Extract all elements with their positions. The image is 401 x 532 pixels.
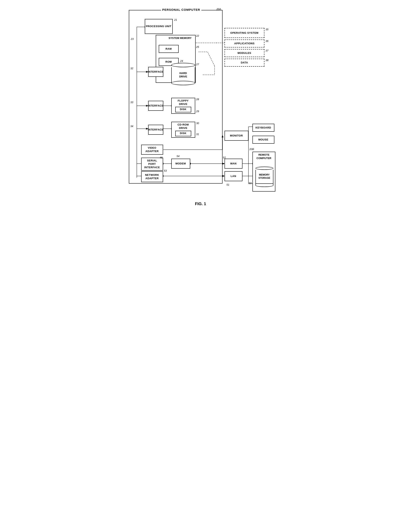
label-28: 28 [196, 98, 199, 101]
modem-box: MODEM [171, 159, 190, 169]
label-33: 33 [130, 101, 133, 104]
label-53: 53 [164, 169, 167, 172]
label-50: 50 [249, 182, 252, 184]
label-54: 54 [177, 155, 179, 158]
svg-marker-35 [222, 175, 225, 177]
serial-port-box: SERIAL PORT INTERFACE [141, 158, 163, 171]
disk2-box: DISK [175, 131, 191, 136]
processing-unit-box: PROCESSING UNIT [145, 19, 173, 34]
label-29: 29 [196, 110, 199, 113]
label-38: 38 [265, 59, 268, 62]
os-group: OPERATING SYSTEM APPLICATIONS MODULES DA… [225, 28, 264, 67]
data-box: DATA [225, 59, 264, 67]
modules-box: MODULES [225, 49, 264, 57]
label-51: 51 [227, 183, 229, 186]
label-52: 52 [223, 156, 226, 159]
label-46: 46 [160, 156, 162, 159]
label-23: 23 [131, 38, 134, 40]
label-37: 37 [265, 49, 268, 52]
disk1-box: DISK [175, 107, 191, 112]
pc-label: PERSONAL COMPUTER [161, 8, 201, 11]
floppy-drive-box: FLOPPY DRIVE DISK [171, 98, 195, 114]
keyboard-box: KEYBOARD [253, 124, 274, 132]
label-32: 32 [130, 67, 133, 70]
hard-drive: HARD DRIVE [171, 63, 195, 85]
lan-box: LAN [225, 171, 242, 181]
label-34: 34 [130, 125, 133, 128]
label-24: 24 [180, 59, 183, 63]
label-20a: 20A [216, 8, 221, 11]
os-box: OPERATING SYSTEM [225, 28, 264, 38]
label-22: 22 [196, 34, 199, 37]
remote-computer-label: REMOTE COMPUTER [254, 153, 274, 160]
label-30: 30 [196, 122, 199, 125]
system-memory-label: SYSTEM MEMORY [169, 37, 192, 40]
monitor-box: MONITOR [225, 131, 248, 141]
memory-storage: MEMORY STORAGE [255, 167, 273, 187]
interface2-box: INTERFACE [148, 101, 163, 111]
label-35: 35 [265, 28, 268, 31]
svg-marker-32 [222, 163, 225, 165]
label-36: 36 [265, 39, 268, 43]
interface1-box: INTERFACE [148, 67, 163, 77]
cdrom-drive-box: CD-ROM DRIVE DISK [171, 122, 195, 138]
label-20b: 20B [249, 148, 254, 151]
label-21: 21 [174, 18, 177, 21]
label-25: 25 [196, 45, 199, 49]
wan-box: WAN [225, 159, 242, 169]
fig-label: FIG. 1 [125, 202, 276, 206]
mouse-box: MOUSE [253, 136, 274, 144]
interface3-box: INTERFACE [148, 125, 163, 135]
label-31: 31 [196, 133, 199, 136]
network-adapter-box: NETWORK ADAPTER [141, 171, 163, 182]
applications-box: APPLICATIONS [225, 39, 264, 47]
ram-box: RAM [159, 45, 179, 53]
video-adapter-box: VIDEO ADAPTER [141, 145, 163, 155]
label-27: 27 [196, 63, 199, 66]
